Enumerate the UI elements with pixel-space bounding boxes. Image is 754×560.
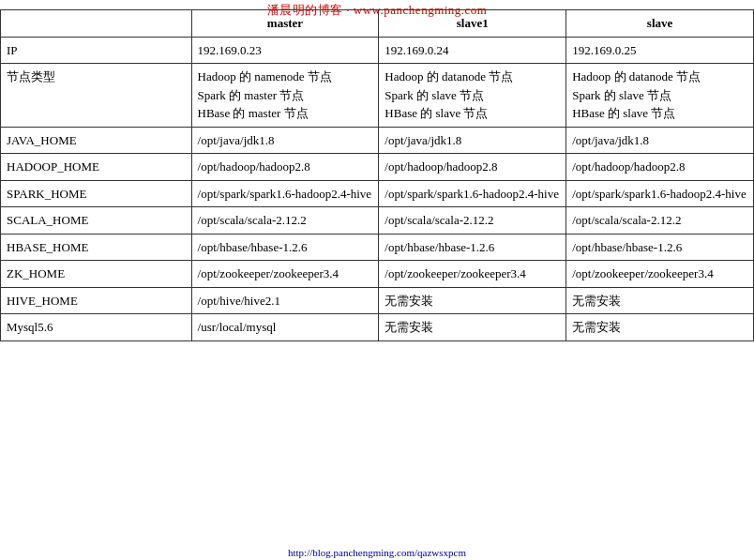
row-label: SCALA_HOME [1, 207, 192, 235]
row-label: HIVE_HOME [1, 287, 192, 314]
row-slave2: 无需安装 [566, 287, 754, 314]
table-row: HBASE_HOME /opt/hbase/hbase-1.2.6 /opt/h… [1, 234, 754, 261]
header-slave1: slave1 [379, 10, 566, 38]
row-label: 节点类型 [1, 64, 192, 128]
page-wrapper: 潘晨明的博客 · www.panchengming.com master sla… [0, 0, 754, 560]
row-slave2: /opt/hadoop/hadoop2.8 [566, 154, 754, 181]
table-header-row: master slave1 slave [1, 10, 754, 38]
row-slave1: /opt/hadoop/hadoop2.8 [379, 154, 566, 181]
table-row: HIVE_HOME /opt/hive/hive2.1 无需安装 无需安装 [1, 287, 754, 314]
row-master: /opt/spark/spark1.6-hadoop2.4-hive [191, 180, 379, 207]
row-slave2: /opt/zookeeper/zookeeper3.4 [566, 261, 754, 288]
row-label: IP [1, 37, 192, 64]
table-row: SPARK_HOME /opt/spark/spark1.6-hadoop2.4… [1, 180, 754, 207]
table-row: IP 192.169.0.23 192.169.0.24 192.169.0.2… [1, 37, 754, 64]
config-table: master slave1 slave IP 192.169.0.23 192.… [0, 9, 754, 341]
row-slave1: 无需安装 [379, 287, 566, 314]
row-label: HBASE_HOME [1, 234, 192, 261]
row-slave1: /opt/scala/scala-2.12.2 [379, 207, 566, 235]
row-slave2: Hadoop 的 datanode 节点Spark 的 slave 节点HBas… [566, 64, 754, 128]
row-slave1: /opt/spark/spark1.6-hadoop2.4-hive [379, 180, 566, 207]
row-master: 192.169.0.23 [191, 37, 379, 64]
header-master: master [191, 10, 379, 38]
row-master: /opt/zookeeper/zookeeper3.4 [191, 261, 379, 288]
row-slave1: 192.169.0.24 [379, 37, 566, 64]
table-row: Mysql5.6 /usr/local/mysql 无需安装 无需安装 [1, 314, 754, 341]
row-master: /opt/hbase/hbase-1.2.6 [191, 234, 379, 261]
watermark-bottom: http://blog.panchengming.com/qazwsxpcm [0, 547, 754, 558]
row-slave1: /opt/hbase/hbase-1.2.6 [379, 234, 566, 261]
table-row: SCALA_HOME /opt/scala/scala-2.12.2 /opt/… [1, 207, 754, 235]
row-master: /opt/scala/scala-2.12.2 [191, 207, 379, 235]
row-label: SPARK_HOME [1, 180, 192, 207]
table-row: HADOOP_HOME /opt/hadoop/hadoop2.8 /opt/h… [1, 154, 754, 181]
row-slave2: /opt/spark/spark1.6-hadoop2.4-hive [566, 180, 754, 207]
row-slave2: /opt/hbase/hbase-1.2.6 [566, 234, 754, 261]
row-slave1: Hadoop 的 datanode 节点Spark 的 slave 节点HBas… [379, 64, 566, 128]
row-slave2: /opt/java/jdk1.8 [566, 127, 754, 154]
row-master: /opt/hadoop/hadoop2.8 [191, 154, 379, 181]
table-row: 节点类型 Hadoop 的 namenode 节点Spark 的 master … [1, 64, 754, 128]
row-label: ZK_HOME [1, 261, 192, 288]
row-slave2: 无需安装 [566, 314, 754, 341]
header-label [1, 10, 192, 38]
table-row: JAVA_HOME /opt/java/jdk1.8 /opt/java/jdk… [1, 127, 754, 154]
row-label: JAVA_HOME [1, 127, 192, 154]
row-label: HADOOP_HOME [1, 154, 192, 181]
table-row: ZK_HOME /opt/zookeeper/zookeeper3.4 /opt… [1, 261, 754, 288]
row-slave1: 无需安装 [379, 314, 566, 341]
header-slave2: slave [566, 10, 754, 38]
row-master: Hadoop 的 namenode 节点Spark 的 master 节点HBa… [191, 64, 379, 128]
row-label: Mysql5.6 [1, 314, 192, 341]
row-slave2: /opt/scala/scala-2.12.2 [566, 207, 754, 235]
row-master: /usr/local/mysql [191, 314, 379, 341]
row-master: /opt/java/jdk1.8 [191, 127, 379, 154]
row-slave1: /opt/zookeeper/zookeeper3.4 [379, 261, 566, 288]
row-master: /opt/hive/hive2.1 [191, 287, 379, 314]
row-slave2: 192.169.0.25 [566, 37, 754, 64]
row-slave1: /opt/java/jdk1.8 [379, 127, 566, 154]
